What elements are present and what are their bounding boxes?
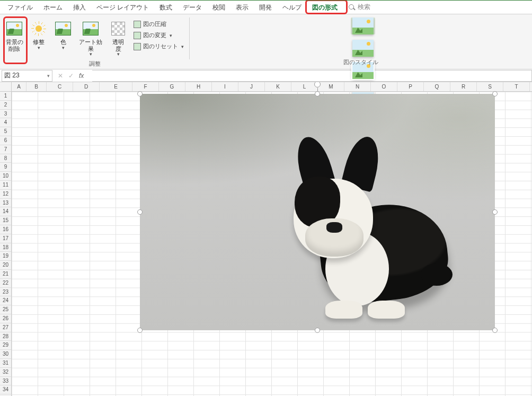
row-header-29[interactable]: 29 xyxy=(0,341,11,350)
resize-handle-tr[interactable] xyxy=(492,91,498,96)
formula-bar-input[interactable] xyxy=(92,70,532,82)
fx-icon[interactable]: fx xyxy=(79,72,84,80)
cancel-formula-button[interactable]: ✕ xyxy=(58,72,63,80)
search-box[interactable]: 検索 xyxy=(348,3,370,12)
row-header-20[interactable]: 20 xyxy=(0,261,11,270)
row-header-34[interactable]: 34 xyxy=(0,385,11,394)
accept-formula-button[interactable]: ✓ xyxy=(68,72,74,80)
transparency-icon xyxy=(111,22,125,36)
picture-surface xyxy=(140,94,495,330)
remove-background-button[interactable]: 背景の 削除 xyxy=(3,16,25,54)
row-header-23[interactable]: 23 xyxy=(0,288,11,297)
name-box[interactable]: 図 23 ▾ xyxy=(2,70,52,82)
row-header-24[interactable]: 24 xyxy=(0,296,11,305)
row-headers: 1234567891011121314151617181920212223242… xyxy=(0,82,12,396)
transparency-button[interactable]: 透明 度 ▾ xyxy=(107,16,129,59)
row-header-32[interactable]: 32 xyxy=(0,368,11,377)
row-header-7[interactable]: 7 xyxy=(0,145,11,154)
row-header-9[interactable]: 9 xyxy=(0,163,11,172)
reset-picture-button[interactable]: 図のリセット▾ xyxy=(131,42,186,51)
row-header-28[interactable]: 28 xyxy=(0,332,11,341)
resize-handle-b[interactable] xyxy=(315,328,320,333)
column-header-B[interactable]: B xyxy=(26,82,47,91)
column-header-I[interactable]: I xyxy=(212,82,238,91)
select-all-corner[interactable] xyxy=(0,82,11,92)
compress-icon xyxy=(134,21,141,28)
name-box-dropdown-icon[interactable]: ▾ xyxy=(47,73,50,78)
row-header-18[interactable]: 18 xyxy=(0,243,11,252)
tab-picture-format[interactable]: 図の形式 xyxy=(307,1,343,14)
row-header-30[interactable]: 30 xyxy=(0,350,11,359)
compress-pictures-button[interactable]: 図の圧縮 xyxy=(131,20,186,29)
row-header-5[interactable]: 5 xyxy=(0,127,11,136)
formula-bar-buttons: ✕ ✓ fx xyxy=(58,72,87,80)
picture-style-1[interactable] xyxy=(351,17,375,34)
tab-file[interactable]: ファイル xyxy=(2,1,38,14)
row-header-1[interactable]: 1 xyxy=(0,92,11,101)
row-header-6[interactable]: 6 xyxy=(0,136,11,145)
resize-handle-l[interactable] xyxy=(137,209,143,215)
row-header-13[interactable]: 13 xyxy=(0,199,11,208)
change-picture-button[interactable]: 図の変更▾ xyxy=(131,31,186,40)
resize-handle-r[interactable] xyxy=(492,209,498,215)
artistic-effects-button[interactable]: アート効果 ▾ xyxy=(76,16,105,59)
column-header-R[interactable]: R xyxy=(450,82,477,91)
tab-formulas[interactable]: 数式 xyxy=(154,1,178,14)
resize-handle-t[interactable] xyxy=(315,91,320,96)
row-header-14[interactable]: 14 xyxy=(0,207,11,216)
tab-home[interactable]: ホーム xyxy=(38,1,68,14)
corrections-button[interactable]: 修整 ▾ xyxy=(28,16,50,52)
row-header-27[interactable]: 27 xyxy=(0,323,11,332)
row-header-31[interactable]: 31 xyxy=(0,359,11,368)
column-header-E[interactable]: E xyxy=(100,82,132,91)
row-header-4[interactable]: 4 xyxy=(0,118,11,127)
resize-handle-bl[interactable] xyxy=(137,328,143,333)
inserted-picture[interactable] xyxy=(140,94,495,330)
column-header-N[interactable]: N xyxy=(344,82,371,91)
row-header-10[interactable]: 10 xyxy=(0,172,11,181)
picture-style-2[interactable] xyxy=(351,40,375,57)
column-headers: ABCDEFGHIJKLMNOPQRST xyxy=(12,82,532,92)
row-header-25[interactable]: 25 xyxy=(0,305,11,314)
row-header-12[interactable]: 12 xyxy=(0,190,11,199)
row-header-2[interactable]: 2 xyxy=(0,101,11,110)
color-button[interactable]: 色 ▾ xyxy=(52,16,74,52)
tab-insert[interactable]: 挿入 xyxy=(68,1,91,14)
tab-review[interactable]: 校閲 xyxy=(207,1,230,14)
row-header-22[interactable]: 22 xyxy=(0,279,11,288)
column-header-M[interactable]: M xyxy=(318,82,344,91)
resize-handle-tl[interactable] xyxy=(137,91,143,96)
row-header-33[interactable]: 33 xyxy=(0,377,11,386)
tab-data[interactable]: データ xyxy=(178,1,207,14)
row-header-21[interactable]: 21 xyxy=(0,270,11,279)
row-header-15[interactable]: 15 xyxy=(0,216,11,225)
search-icon xyxy=(348,4,356,11)
column-header-O[interactable]: O xyxy=(371,82,397,91)
column-header-T[interactable]: T xyxy=(503,82,530,91)
picture-remove-bg-icon xyxy=(6,22,22,36)
column-header-S[interactable]: S xyxy=(477,82,503,91)
row-header-17[interactable]: 17 xyxy=(0,234,11,243)
row-header-8[interactable]: 8 xyxy=(0,154,11,163)
column-header-J[interactable]: J xyxy=(238,82,265,91)
column-header-D[interactable]: D xyxy=(73,82,100,91)
column-header-P[interactable]: P xyxy=(397,82,424,91)
column-header-A[interactable]: A xyxy=(12,82,26,91)
tab-developer[interactable]: 開発 xyxy=(254,1,277,14)
column-header-C[interactable]: C xyxy=(47,82,73,91)
tab-view[interactable]: 表示 xyxy=(230,1,254,14)
tab-page-layout[interactable]: ページ レイアウト xyxy=(91,1,154,14)
row-header-26[interactable]: 26 xyxy=(0,314,11,323)
tab-help[interactable]: ヘルプ xyxy=(277,1,307,14)
column-header-H[interactable]: H xyxy=(185,82,212,91)
column-header-K[interactable]: K xyxy=(265,82,291,91)
row-header-11[interactable]: 11 xyxy=(0,181,11,190)
row-header-3[interactable]: 3 xyxy=(0,110,11,119)
column-header-Q[interactable]: Q xyxy=(424,82,450,91)
dog-illustration xyxy=(246,131,458,322)
column-header-G[interactable]: G xyxy=(159,82,185,91)
row-header-16[interactable]: 16 xyxy=(0,225,11,234)
column-header-F[interactable]: F xyxy=(132,82,159,91)
resize-handle-br[interactable] xyxy=(492,328,498,333)
row-header-19[interactable]: 19 xyxy=(0,252,11,261)
